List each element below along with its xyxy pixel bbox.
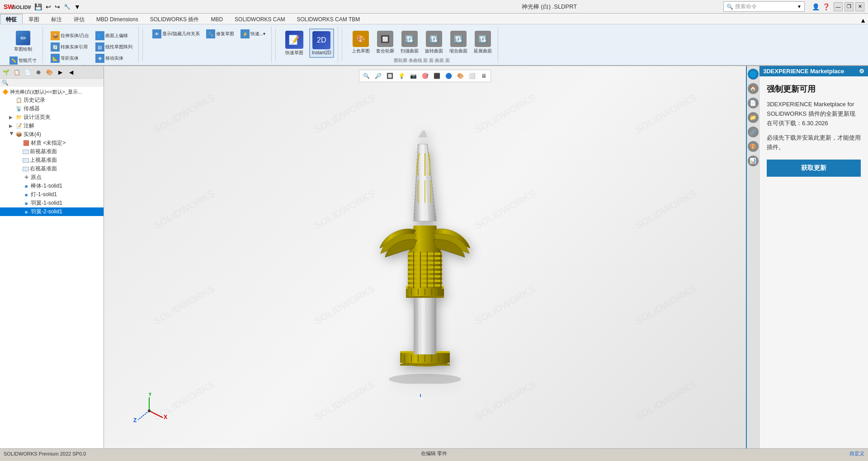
tree-item-body2[interactable]: ■ 灯-1-solid1	[0, 190, 104, 199]
document-icon[interactable]: 📄	[748, 98, 759, 108]
configuration-manager-icon[interactable]: 📄	[23, 67, 33, 77]
svg-rect-27	[408, 262, 442, 264]
titlebar: SW SOLIDWORKS 💾 ↩ ↪ 🔧 ▼ 神光棒 (白) .SLDPRT …	[0, 0, 868, 14]
options-icon[interactable]: ▼	[74, 3, 80, 10]
svg-point-46	[148, 409, 151, 412]
tree-item-right-plane[interactable]: 右视基准面	[0, 165, 104, 173]
statusbar-version: SOLIDWORKS Premium 2022 SP0.0	[4, 451, 291, 456]
palette-icon[interactable]: 🎨	[748, 141, 759, 152]
right-panel-title: 3DEXPERIENCE Marketplace	[763, 68, 844, 75]
link-icon[interactable]: 🔗	[748, 127, 759, 137]
display-manager-icon[interactable]: 🎨	[44, 67, 54, 77]
contour-fit-button[interactable]: 🔲 套合轮廓	[374, 28, 396, 56]
repair-sketch-button[interactable]: 🔧 修复草图	[204, 28, 236, 39]
move-entities-button[interactable]: ✥ 移动实体	[93, 53, 135, 64]
left-toolbar: 🌱 📋 📄 ⊕ 🎨 ▶ ◀	[0, 66, 104, 79]
tab-sketch[interactable]: 草图	[23, 14, 45, 24]
tree-item-history[interactable]: 📋 历史记录	[0, 96, 104, 104]
minimize-button[interactable]: —	[834, 2, 843, 11]
linear-sketch-button[interactable]: ▤ 线性草图阵列	[93, 42, 135, 52]
show-hide-relations-button[interactable]: 👁 显示/隐藏几何关系	[150, 28, 202, 39]
left-panel: 🌱 📋 📄 ⊕ 🎨 ▶ ◀ 🔍 🔶 神光棒(白)(默认)<<默认>_显示... …	[0, 66, 104, 448]
chart-icon[interactable]: 📊	[748, 155, 759, 166]
undo-icon[interactable]: ↩	[46, 3, 51, 10]
ribbon-group-features: 📦 拉伸实体/凸台 🔄 转换实体引用 📐 等距实体 🔷	[45, 27, 139, 63]
offset-surface-button[interactable]: 🔷 曲面上偏移	[93, 30, 135, 41]
smart-dimension-button[interactable]: 📏 智能尺寸	[7, 56, 39, 66]
marketplace-globe-icon[interactable]: 🌐	[748, 69, 759, 80]
tree-item-annotations[interactable]: ▶ 📝 注解	[0, 122, 104, 130]
tree-item-solidbodies[interactable]: ▶ 📦 实体(4)	[0, 130, 104, 139]
get-update-button[interactable]: 获取更新	[767, 160, 861, 177]
right-side-icon-column: 🌐 🏠 📄 📁 🔗 🎨 📊	[747, 66, 760, 448]
ribbon-group-sketch: ✏ 草图绘制 📏 智能尺寸 草图绘制	[4, 27, 43, 63]
convert-entities-button[interactable]: 🔄 转换实体引用	[48, 42, 91, 52]
nav-forward-icon[interactable]: ▶	[55, 67, 65, 77]
dim-xpert-icon[interactable]: ⊕	[33, 67, 43, 77]
folder-icon[interactable]: 📁	[748, 112, 759, 123]
tree-item-origin[interactable]: ✚ 原点	[0, 173, 104, 182]
rebuild-icon[interactable]: 🔧	[64, 4, 71, 10]
color-sketch-button[interactable]: 🎨 上色草图	[349, 28, 372, 56]
ribbon-divider-1	[142, 29, 143, 61]
sketch-draw-button[interactable]: ✏ 草图绘制	[7, 28, 39, 55]
tree-item-body3[interactable]: ■ 羽翼-1-solid1	[0, 199, 104, 207]
app-logo: SW SOLIDWORKS	[4, 3, 31, 11]
tree-item-body1[interactable]: ■ 棒体-1-solid1	[0, 182, 104, 190]
search-dropdown[interactable]: ▼	[797, 4, 802, 9]
viewport[interactable]: SOLIDWORKS SOLIDWORKS SOLIDWORKS SOLIDWO…	[104, 66, 746, 448]
svg-rect-18	[406, 296, 444, 298]
tree-item-material[interactable]: 🧱 材质 <未指定>	[0, 139, 104, 147]
feature-tree: 🔶 神光棒(白)(默认)<<默认>_显示... 📋 历史记录 📡 传感器 ▶ 📁…	[0, 87, 104, 448]
svg-rect-25	[408, 253, 442, 255]
window-controls: — ❐ ✕	[834, 2, 864, 11]
update-title: 强制更新可用	[767, 84, 861, 94]
extend-surface-button[interactable]: 🔃 延展曲面	[472, 28, 494, 56]
tree-item-front-plane[interactable]: 前视基准面	[0, 147, 104, 156]
extrude-button[interactable]: 📦 拉伸实体/凸台	[48, 30, 91, 41]
loft-surface-button[interactable]: 🔃 缩合曲面	[447, 28, 470, 56]
offset-entities-button[interactable]: 📐 等距实体	[48, 53, 91, 64]
right-panel-settings-icon[interactable]: ⚙	[859, 68, 864, 75]
ribbon-collapse-icon[interactable]: ▲	[860, 17, 866, 24]
close-button[interactable]: ✕	[855, 2, 864, 11]
feature-tree-icon[interactable]: 🌱	[1, 67, 11, 77]
property-manager-icon[interactable]: 📋	[12, 67, 22, 77]
restore-button[interactable]: ❐	[844, 2, 854, 11]
user-icon[interactable]: 👤	[812, 3, 820, 10]
tab-sw-cam[interactable]: SOLIDWORKS CAM	[229, 14, 291, 24]
help-icon[interactable]: ❓	[822, 3, 830, 10]
customize-label[interactable]: 自定义	[849, 451, 864, 456]
cursor-indicator	[416, 390, 420, 394]
instant2d-button[interactable]: 2D Instant2D	[309, 28, 334, 58]
ribbon-divider-2	[275, 29, 276, 61]
tab-sw-cam-tbm[interactable]: SOLIDWORKS CAM TBM	[291, 14, 366, 24]
search-label: 搜索命令	[735, 3, 757, 10]
save-icon[interactable]: 💾	[34, 3, 42, 10]
sweep-surface-button[interactable]: 🔃 扫描曲面	[398, 28, 421, 56]
tab-mbd-dimensions[interactable]: MBD Dimensions	[90, 14, 144, 24]
svg-line-44	[138, 411, 149, 420]
revolve-surface-button[interactable]: 🔃 旋转曲面	[423, 28, 445, 56]
tree-item-top-plane[interactable]: 上视基准面	[0, 156, 104, 165]
home-icon[interactable]: 🏠	[748, 83, 759, 94]
tab-sw-plugins[interactable]: SOLIDWORKS 插件	[144, 14, 205, 24]
quicksketch-button[interactable]: 📝 快速草图	[283, 28, 306, 58]
nav-back-icon[interactable]: ◀	[66, 67, 76, 77]
ribbon-content: ✏ 草图绘制 📏 智能尺寸 草图绘制 📦 拉伸实体/凸台	[0, 24, 868, 65]
tree-item-design-binder[interactable]: ▶ 📁 设计活页夹	[0, 113, 104, 122]
quick-btn[interactable]: ⚡ 快速...▾	[238, 28, 268, 39]
search-box[interactable]: 🔍 搜索命令 ▼	[723, 1, 805, 12]
tree-item-sensors[interactable]: 📡 传感器	[0, 104, 104, 113]
right-panel-body: 强制更新可用 3DEXPERIENCE Marketplace for SOLI…	[760, 76, 868, 448]
ribbon-divider-3	[342, 29, 342, 61]
tab-features[interactable]: 特征	[0, 14, 23, 24]
tab-mbd[interactable]: MBD	[205, 14, 229, 24]
tab-evaluate[interactable]: 评估	[68, 14, 90, 24]
tab-markup[interactable]: 标注	[45, 14, 68, 24]
tree-item-body4[interactable]: ■ 羽翼-2-solid1	[0, 207, 104, 216]
redo-icon[interactable]: ↪	[55, 3, 60, 10]
statusbar-mode: 在编辑 零件	[291, 450, 578, 457]
tree-item-root[interactable]: 🔶 神光棒(白)(默认)<<默认>_显示...	[0, 88, 104, 96]
ribbon-group-quicksketch: 📝 快速草图 2D Instant2D	[279, 27, 338, 63]
